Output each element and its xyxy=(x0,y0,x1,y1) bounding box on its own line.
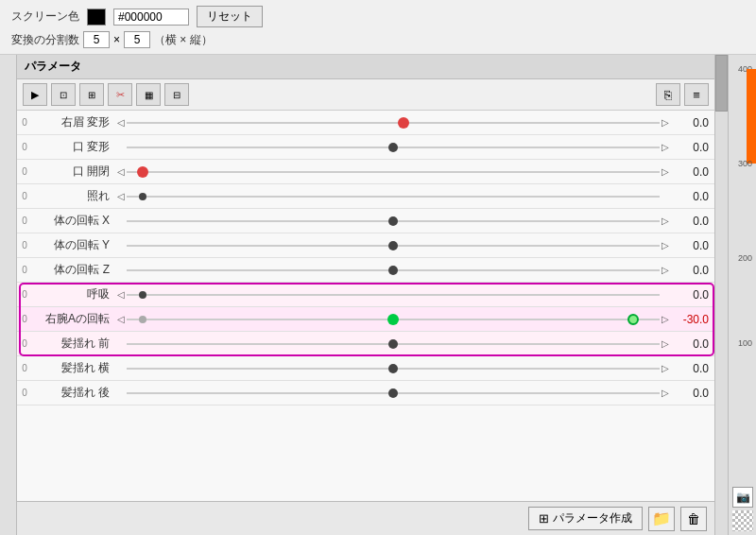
param-index: 0 xyxy=(17,117,32,128)
toolbar: ▶ ⊡ ⊞ ✂ ▦ ⊟ ⎘ ≡ xyxy=(17,79,714,111)
camera-button[interactable]: 📷 xyxy=(732,487,753,508)
grid2-button[interactable]: ⊞ xyxy=(79,83,104,106)
param-row-body-y: 0 体の回転 Y ◁ ▷ 0.0 xyxy=(17,233,714,258)
param-value: 0.0 xyxy=(669,116,714,129)
param-row-arm-rotate: 0 右腕Aの回転 ◁ ▷ -30.0 xyxy=(17,307,714,332)
scrollbar[interactable] xyxy=(714,55,728,535)
param-row-mouth-deform: 0 口 変形 ◁ ▷ 0.0 xyxy=(17,135,714,160)
create-param-icon: ⊞ xyxy=(539,511,549,526)
folder-button[interactable]: 📁 xyxy=(648,507,675,531)
left-number-column xyxy=(0,55,17,535)
bottom-right-icons: 📷 xyxy=(729,478,756,535)
minus-button[interactable]: ⊟ xyxy=(164,83,189,106)
param-row-body-x: 0 体の回転 X ◁ ▷ 0.0 xyxy=(17,209,714,233)
bottom-bar: ⊞ パラメータ作成 📁 🗑 xyxy=(17,501,714,535)
copy-button[interactable]: ⎘ xyxy=(656,83,680,106)
division-unit: （横 × 縦） xyxy=(154,32,213,48)
param-row-hair-back: 0 髪揺れ 後 ◁ ▷ 0.0 xyxy=(17,381,714,406)
param-name: 右眉 変形 xyxy=(32,114,117,130)
screen-color-label: スクリーン色 xyxy=(11,9,79,25)
param-row-blush: 0 照れ ◁ ▷ 0.0 xyxy=(17,184,714,209)
param-row-breath: 0 呼吸 ◁ ▷ 0.0 xyxy=(17,283,714,307)
fill-button[interactable]: ▦ xyxy=(136,83,161,106)
division-label: 変換の分割数 xyxy=(11,32,79,48)
orange-bar xyxy=(747,69,756,164)
top-bar: スクリーン色 リセット 変換の分割数 × （横 × 縦） xyxy=(0,0,756,55)
panel-header: パラメータ xyxy=(17,55,714,79)
param-row-body-z: 0 体の回転 Z ◁ ▷ 0.0 xyxy=(17,258,714,283)
param-row-hair-front: 0 髪揺れ 前 ◁ ▷ 0.0 xyxy=(17,332,714,356)
grid-button[interactable]: ⊡ xyxy=(51,83,76,106)
scrollbar-thumb[interactable] xyxy=(715,55,728,112)
checkerboard xyxy=(732,510,753,531)
hex-input[interactable] xyxy=(113,9,189,26)
scissors-button[interactable]: ✂ xyxy=(108,83,132,106)
menu-button[interactable]: ≡ xyxy=(684,83,709,106)
create-param-button[interactable]: ⊞ パラメータ作成 xyxy=(528,507,643,530)
delete-button[interactable]: 🗑 xyxy=(680,507,707,531)
param-row-mouth-open: 0 口 開閉 ◁ ▷ 0.0 xyxy=(17,160,714,184)
play-button[interactable]: ▶ xyxy=(23,83,47,106)
color-swatch[interactable] xyxy=(87,9,106,26)
param-row-mabari: 0 右眉 変形 ◁ ▷ 0.0 xyxy=(17,111,714,135)
right-panel: 400 300 200 100 📷 xyxy=(728,55,756,535)
div-y-input[interactable] xyxy=(124,31,150,48)
param-row-hair-side: 0 髪揺れ 横 ◁ ▷ 0.0 xyxy=(17,356,714,381)
param-list[interactable]: 0 右眉 変形 ◁ ▷ 0.0 0 口 変形 ◁ xyxy=(17,111,714,501)
div-x-input[interactable] xyxy=(83,31,110,48)
reset-button[interactable]: リセット xyxy=(197,6,263,27)
